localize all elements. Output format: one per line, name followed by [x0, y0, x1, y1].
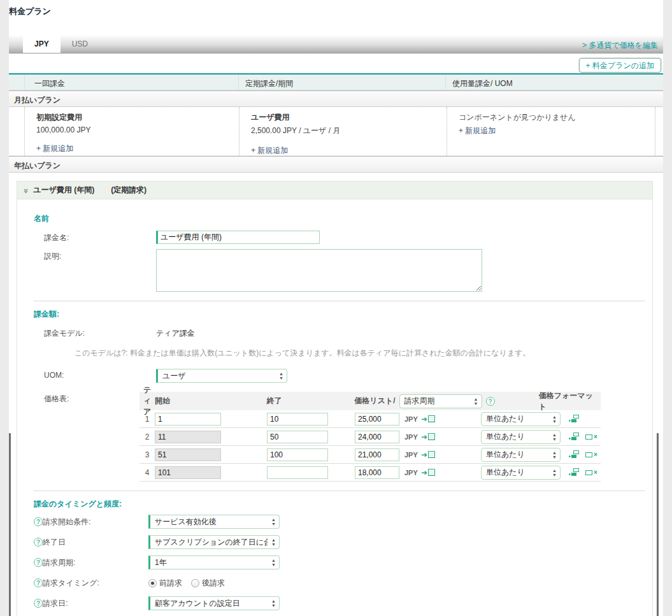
- header-recurring: 定期課金/期間: [239, 75, 446, 90]
- price-format-select[interactable]: 単位あたり ▲▼: [481, 466, 561, 480]
- delete-tier-icon[interactable]: ×: [585, 433, 597, 440]
- add-one-time-charge-link[interactable]: + 新規追加: [36, 144, 73, 153]
- description-textarea[interactable]: [156, 249, 482, 292]
- help-icon[interactable]: ?: [34, 599, 43, 608]
- price-format-value: 単位あたり: [486, 413, 525, 424]
- tier-index: 4: [139, 468, 155, 477]
- add-recurring-charge-link[interactable]: + 新規追加: [251, 146, 288, 155]
- select-stepper-icon: ▲▼: [552, 415, 557, 424]
- radio-in-advance[interactable]: [148, 579, 157, 587]
- currency-tabbar: JPY USD > 多通貨で価格を編集: [9, 36, 663, 54]
- bill-cycle-day-value: 顧客アカウントの設定日: [155, 598, 240, 609]
- help-icon[interactable]: ?: [34, 538, 43, 547]
- help-icon[interactable]: ?: [486, 397, 495, 406]
- charge-editor-header[interactable]: » ユーザ費用 (年間) (定期請求): [17, 182, 652, 199]
- billing-timing-radios: 前請求 後請求: [148, 578, 231, 589]
- component-name[interactable]: 初期設定費用: [36, 112, 232, 123]
- section-yearly-plan[interactable]: 年払いプラン: [9, 156, 663, 173]
- billing-period-label: 請求周期:: [43, 557, 148, 568]
- section-monthly-plan[interactable]: 月払いプラン: [9, 90, 663, 107]
- charge-editor-form: 名前 課金名: 説明: 課金額: 課金モデル: ティア課金 このモデルは?: 料…: [17, 199, 652, 616]
- tier-row: 1 JPY ➜ 単位あたり ▲▼: [139, 410, 601, 428]
- uom-select[interactable]: ユーザ ▲▼: [156, 369, 287, 383]
- amount-section-heading: 課金額:: [34, 309, 652, 320]
- tier-price-input[interactable]: [355, 448, 399, 461]
- tier-price-input[interactable]: [355, 431, 399, 443]
- price-cycle-select[interactable]: 請求周期 ▲▼: [399, 394, 482, 408]
- header-usage: 使用量課金/ UOM: [446, 75, 663, 90]
- price-cycle-select-value: 請求周期: [404, 396, 435, 406]
- trigger-condition-select[interactable]: サービス有効化後 ▲▼: [148, 515, 280, 529]
- add-usage-charge-link[interactable]: + 新規追加: [459, 126, 496, 135]
- radio-in-arrears-label: 後請求: [202, 578, 225, 589]
- price-format-value: 単位あたり: [486, 449, 525, 460]
- add-tier-icon[interactable]: [569, 450, 579, 459]
- component-price: 2,500.00 JPY / ユーザ / 月: [251, 125, 440, 136]
- bill-cycle-day-select[interactable]: 顧客アカウントの設定日 ▲▼: [148, 596, 280, 610]
- bill-cycle-day-label: 請求日:: [43, 598, 148, 609]
- select-stepper-icon: ▲▼: [271, 538, 276, 547]
- end-date-select[interactable]: サブスクリプションの終了日に合 ▲▼: [148, 535, 280, 549]
- select-stepper-icon: ▲▼: [552, 433, 557, 441]
- tier-price-table: ティア 開始 終了 価格リスト/ 請求周期 ▲▼ ? 価格フォーマット: [139, 392, 601, 482]
- currency-label: JPY: [399, 469, 421, 476]
- add-tier-icon[interactable]: [569, 415, 579, 423]
- apply-to-all-icon[interactable]: ➜: [421, 433, 435, 441]
- tab-usd[interactable]: USD: [61, 36, 99, 53]
- add-rate-plan-button[interactable]: + 料金プランの追加: [579, 58, 661, 73]
- page-title: 料金プラン: [9, 6, 51, 17]
- separator: [34, 491, 645, 491]
- name-section-heading: 名前: [34, 213, 652, 224]
- charge-editor-title: ユーザ費用 (年間): [33, 185, 94, 196]
- help-icon[interactable]: ?: [34, 558, 43, 567]
- radio-in-arrears[interactable]: [191, 579, 199, 587]
- price-format-select[interactable]: 単位あたり ▲▼: [481, 448, 561, 462]
- price-format-value: 単位あたり: [486, 467, 525, 478]
- billing-timing-label: 請求タイミング:: [43, 578, 148, 589]
- charge-name-input[interactable]: [156, 231, 320, 244]
- delete-tier-icon[interactable]: ×: [585, 451, 597, 458]
- description-label: 説明:: [26, 249, 156, 292]
- tier-price-input[interactable]: [355, 466, 399, 479]
- delete-tier-icon[interactable]: ×: [585, 469, 597, 476]
- component-price: 100,000.00 JPY: [36, 125, 232, 134]
- help-icon[interactable]: ?: [34, 578, 43, 587]
- tier-index: 1: [139, 415, 155, 424]
- tier-table-header: ティア 開始 終了 価格リスト/ 請求周期 ▲▼ ? 価格フォーマット: [139, 392, 601, 410]
- charge-editor-panel: » ユーザ費用 (年間) (定期請求) 名前 課金名: 説明: 課金額: 課金モ…: [17, 181, 653, 616]
- price-format-select[interactable]: 単位あたり ▲▼: [481, 430, 561, 444]
- col-end: 終了: [267, 396, 355, 406]
- price-format-select[interactable]: 単位あたり ▲▼: [481, 412, 561, 426]
- select-stepper-icon: ▲▼: [271, 599, 276, 608]
- help-icon[interactable]: ?: [34, 517, 43, 526]
- col-start: 開始: [155, 396, 221, 406]
- no-component-message: コンポーネントが見つかりません: [459, 112, 648, 123]
- add-tier-icon[interactable]: [569, 433, 579, 441]
- tab-jpy[interactable]: JPY: [23, 36, 61, 53]
- currency-label: JPY: [399, 433, 421, 441]
- charge-model-label: 課金モデル:: [26, 326, 156, 339]
- apply-to-all-icon[interactable]: ➜: [421, 415, 435, 424]
- price-table-label: 価格表:: [26, 392, 139, 482]
- tier-end-input[interactable]: [267, 448, 328, 461]
- select-stepper-icon: ▲▼: [552, 450, 557, 459]
- main-panel: 料金プラン JPY USD > 多通貨で価格を編集 + 料金プランの追加 一回課…: [9, 0, 663, 616]
- trigger-condition-label: 請求開始条件:: [43, 517, 148, 527]
- tier-start-input[interactable]: [155, 413, 221, 426]
- apply-to-all-icon[interactable]: ➜: [421, 450, 435, 459]
- tier-end-input[interactable]: [267, 431, 328, 443]
- tier-price-input[interactable]: [355, 413, 399, 426]
- apply-to-all-icon[interactable]: ➜: [421, 468, 435, 477]
- monthly-components-row: 初期設定費用 100,000.00 JPY + 新規追加 ユーザ費用 2,500…: [9, 107, 663, 156]
- tier-start-input: [155, 431, 221, 443]
- edit-multicurrency-link[interactable]: > 多通貨で価格を編集: [582, 40, 658, 51]
- col-price-list: 価格リスト/: [354, 396, 395, 406]
- components-table-header: 一回課金 定期課金/期間 使用量課金/ UOM: [9, 73, 663, 90]
- billing-period-select[interactable]: 1年 ▲▼: [148, 555, 280, 569]
- tier-end-input[interactable]: [267, 466, 328, 479]
- add-tier-icon[interactable]: [569, 468, 579, 476]
- left-frame-border: [9, 433, 11, 616]
- tier-end-input[interactable]: [267, 413, 328, 426]
- component-name[interactable]: ユーザ費用: [251, 112, 440, 123]
- select-stepper-icon: ▲▼: [271, 517, 276, 526]
